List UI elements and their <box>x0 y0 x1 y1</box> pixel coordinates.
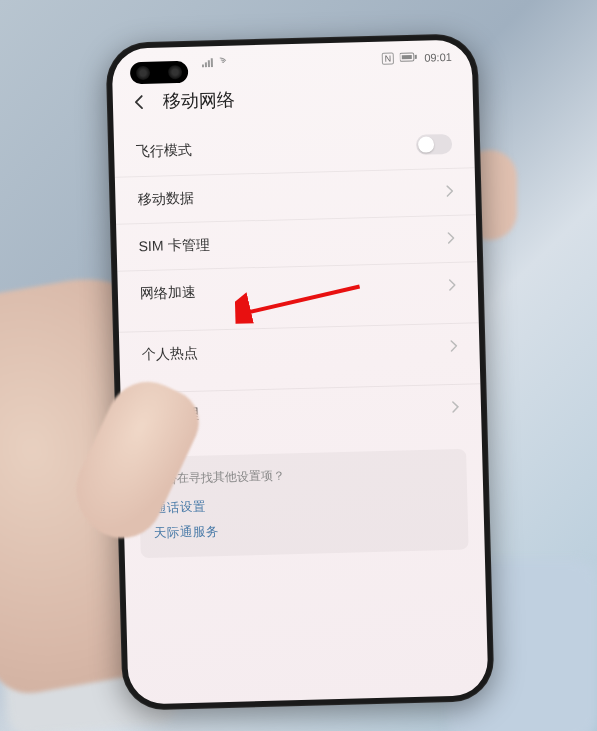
item-label: 移动数据 <box>137 183 445 209</box>
more-settings-box: 是否在寻找其他设置项？ 通话设置 天际通服务 <box>138 449 469 559</box>
screen: N 09:01 移动网络 飞行模式 <box>111 39 488 704</box>
svg-rect-6 <box>415 55 417 59</box>
svg-rect-0 <box>202 64 204 67</box>
chevron-right-icon <box>446 231 454 247</box>
item-label: 个人热点 <box>141 338 449 364</box>
chevron-right-icon <box>445 184 453 200</box>
chevron-right-icon <box>451 400 459 416</box>
toggle-switch[interactable] <box>416 134 453 155</box>
status-time: 09:01 <box>424 51 452 64</box>
item-label: 飞行模式 <box>136 136 416 161</box>
phone-frame: N 09:01 移动网络 飞行模式 <box>105 33 494 711</box>
more-settings-prompt: 是否在寻找其他设置项？ <box>153 463 453 488</box>
item-label: 网络加速 <box>140 277 448 303</box>
camera-cutout <box>130 61 189 85</box>
svg-rect-2 <box>208 60 210 67</box>
nfc-icon: N <box>382 52 395 64</box>
svg-rect-1 <box>205 62 207 67</box>
battery-icon <box>400 52 418 64</box>
svg-rect-3 <box>211 58 213 67</box>
item-label: SIM 卡管理 <box>138 230 446 256</box>
back-button[interactable] <box>131 93 149 111</box>
page-title: 移动网络 <box>163 88 236 114</box>
chevron-right-icon <box>449 339 457 355</box>
chevron-right-icon <box>448 278 456 294</box>
signal-icon <box>202 57 232 70</box>
svg-rect-5 <box>402 55 412 59</box>
